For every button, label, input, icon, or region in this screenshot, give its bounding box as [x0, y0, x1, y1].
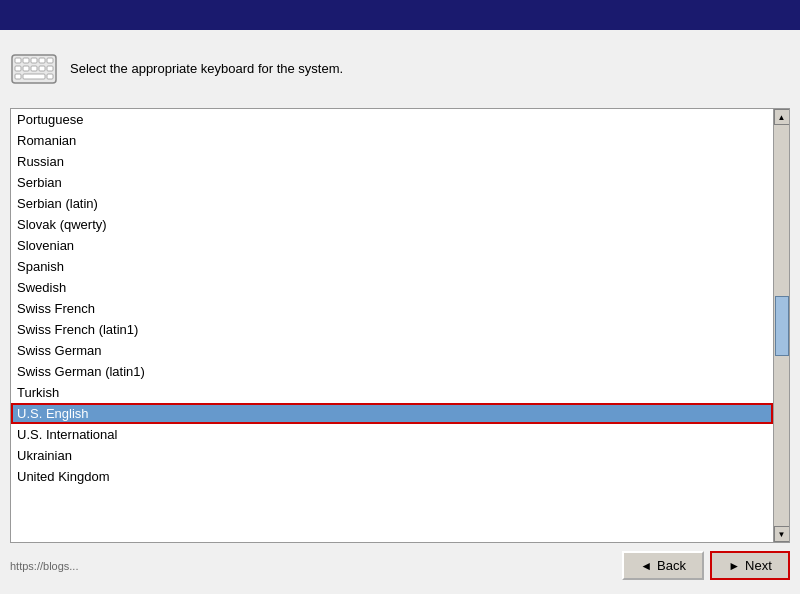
list-item[interactable]: Serbian — [11, 172, 773, 193]
list-item[interactable]: U.S. English — [11, 403, 773, 424]
list-item[interactable]: Portuguese — [11, 109, 773, 130]
footer-section: https://blogs... ◄ Back ► Next — [10, 543, 790, 584]
svg-rect-9 — [39, 66, 45, 71]
list-item[interactable]: Ukrainian — [11, 445, 773, 466]
list-item[interactable]: Swedish — [11, 277, 773, 298]
svg-rect-11 — [15, 74, 21, 79]
svg-rect-12 — [23, 74, 45, 79]
svg-rect-7 — [23, 66, 29, 71]
svg-rect-10 — [47, 66, 53, 71]
list-item[interactable]: Swiss German — [11, 340, 773, 361]
list-item[interactable]: Serbian (latin) — [11, 193, 773, 214]
svg-rect-4 — [39, 58, 45, 63]
svg-rect-13 — [47, 74, 53, 79]
next-button[interactable]: ► Next — [710, 551, 790, 580]
list-item[interactable]: Swiss French (latin1) — [11, 319, 773, 340]
footer-url: https://blogs... — [10, 560, 78, 572]
list-item[interactable]: Romanian — [11, 130, 773, 151]
next-icon: ► — [728, 559, 740, 573]
back-label: Back — [657, 558, 686, 573]
back-button[interactable]: ◄ Back — [622, 551, 704, 580]
buttons-row: ◄ Back ► Next — [622, 551, 790, 580]
keyboard-icon-container — [10, 45, 58, 93]
list-item[interactable]: Russian — [11, 151, 773, 172]
svg-rect-1 — [15, 58, 21, 63]
main-container: Select the appropriate keyboard for the … — [0, 30, 800, 594]
svg-rect-2 — [23, 58, 29, 63]
list-container: PortugueseRomanianRussianSerbianSerbian … — [10, 108, 790, 543]
svg-rect-5 — [47, 58, 53, 63]
list-item[interactable]: Swiss German (latin1) — [11, 361, 773, 382]
scrollbar-thumb[interactable] — [775, 296, 789, 356]
keyboard-icon — [10, 45, 58, 93]
keyboard-list[interactable]: PortugueseRomanianRussianSerbianSerbian … — [11, 109, 773, 542]
scrollbar-thumb-area — [774, 125, 789, 526]
back-icon: ◄ — [640, 559, 652, 573]
list-item[interactable]: United Kingdom — [11, 466, 773, 487]
svg-rect-6 — [15, 66, 21, 71]
header-description: Select the appropriate keyboard for the … — [70, 60, 343, 78]
svg-rect-8 — [31, 66, 37, 71]
list-item[interactable]: Spanish — [11, 256, 773, 277]
header-section: Select the appropriate keyboard for the … — [10, 40, 790, 98]
svg-rect-3 — [31, 58, 37, 63]
scrollbar-track[interactable]: ▲ ▼ — [773, 109, 789, 542]
list-item[interactable]: Turkish — [11, 382, 773, 403]
title-bar — [0, 0, 800, 30]
list-item[interactable]: Slovenian — [11, 235, 773, 256]
scrollbar-down-btn[interactable]: ▼ — [774, 526, 790, 542]
list-item[interactable]: U.S. International — [11, 424, 773, 445]
list-item[interactable]: Slovak (qwerty) — [11, 214, 773, 235]
scrollbar-up-btn[interactable]: ▲ — [774, 109, 790, 125]
next-label: Next — [745, 558, 772, 573]
list-item[interactable]: Swiss French — [11, 298, 773, 319]
